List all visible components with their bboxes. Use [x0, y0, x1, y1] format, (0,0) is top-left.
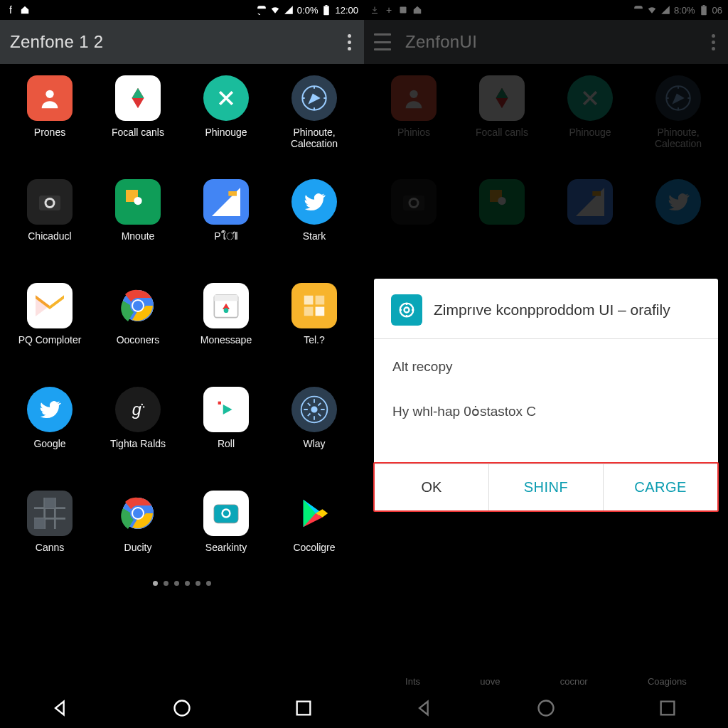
- page-dot[interactable]: [174, 581, 179, 586]
- page-dot[interactable]: [185, 581, 190, 586]
- dim-label: Coagions: [648, 676, 687, 687]
- app-monessape[interactable]: Monessape: [182, 283, 270, 382]
- svg-point-56: [400, 304, 414, 317]
- app-label: PQ Comploter: [18, 334, 82, 346]
- app-label: Pใിl: [214, 230, 237, 242]
- app-label: Chicaducl: [28, 230, 71, 242]
- app-searkinty[interactable]: Searkinty: [182, 491, 270, 590]
- dial-icon: [291, 387, 337, 432]
- dim-label: Ints: [405, 676, 420, 687]
- app-tel-[interactable]: Tel.?: [270, 283, 358, 382]
- app-p-l[interactable]: Pใിl: [182, 179, 270, 279]
- svg-rect-0: [324, 6, 330, 15]
- app-phinoute-calecation[interactable]: Phinoute, Calecation: [270, 75, 358, 175]
- app-wlay[interactable]: Wlay: [270, 387, 358, 486]
- svg-point-37: [133, 508, 143, 518]
- dialog-line1: Alt recopy: [392, 359, 700, 375]
- svg-point-30: [311, 407, 316, 412]
- app-ducity[interactable]: Ducity: [94, 491, 182, 590]
- svg-point-8: [134, 197, 141, 205]
- app-grid: PronesFocall canlsPhinougePhinoute, Cale…: [0, 64, 364, 688]
- tiles-icon: [291, 283, 337, 328]
- app-chicaducl[interactable]: Chicaducl: [6, 179, 94, 279]
- svg-rect-22: [304, 307, 314, 316]
- cal-icon: [203, 283, 249, 328]
- app-label: Prones: [34, 127, 65, 138]
- dialog-app-icon: [391, 294, 422, 326]
- app-google[interactable]: Google: [6, 387, 94, 486]
- page-indicator: [0, 581, 364, 586]
- header-title: Zenfone 1 2: [10, 32, 103, 52]
- page-dot[interactable]: [196, 581, 200, 586]
- svg-rect-28: [218, 402, 221, 405]
- svg-point-6: [47, 200, 53, 206]
- chrome-icon: [115, 283, 161, 328]
- app-ooconers[interactable]: Ooconers: [94, 283, 182, 382]
- status-bar: f 0:0% 12:00: [0, 0, 364, 20]
- page-dot[interactable]: [206, 581, 211, 586]
- app-canns[interactable]: Canns: [6, 491, 94, 590]
- app-stark[interactable]: Stark: [270, 179, 358, 279]
- shinf-button[interactable]: SHINF: [488, 464, 603, 510]
- svg-point-25: [141, 404, 143, 405]
- svg-point-26: [143, 406, 144, 407]
- compass-icon: [291, 75, 337, 121]
- battery-icon: [321, 5, 331, 15]
- page-dot[interactable]: [164, 581, 168, 586]
- app-label: Phinouge: [205, 127, 247, 138]
- svg-point-57: [405, 308, 410, 313]
- app-phinouge[interactable]: Phinouge: [182, 75, 270, 175]
- chrome-icon: [115, 491, 161, 536]
- dim-label: cocnor: [560, 676, 588, 687]
- app-pq-comploter[interactable]: PQ Comploter: [6, 283, 94, 382]
- battery-pct: 0:0%: [297, 5, 318, 16]
- app-prones[interactable]: Prones: [6, 75, 94, 175]
- app-label: Stark: [303, 230, 326, 242]
- app-cocoligre[interactable]: Cocoligre: [270, 491, 358, 590]
- phone-right: + 8:0% 06 ZenfonUI PhiniosFocall canlsPh…: [364, 0, 728, 728]
- svg-point-42: [174, 701, 189, 716]
- ok-button[interactable]: OK: [375, 464, 488, 510]
- svg-rect-1: [326, 5, 328, 6]
- app-label: Wlay: [303, 438, 325, 449]
- camera-icon: [27, 179, 73, 225]
- svg-rect-32: [45, 498, 55, 508]
- carge-button[interactable]: CARGE: [603, 464, 717, 510]
- dialog-header: Zimprıve kconpproddom UI – orafily: [374, 279, 718, 339]
- grid-icon: [27, 491, 73, 536]
- app-roll[interactable]: Roll: [182, 387, 270, 486]
- dialog-body: Alt recopy Hy whl-hap 0ȯstastox C: [374, 339, 718, 462]
- app-focall-canls[interactable]: Focall canls: [94, 75, 182, 175]
- back-button[interactable]: [50, 698, 70, 718]
- svg-rect-33: [34, 518, 45, 529]
- mail-icon: [27, 283, 73, 328]
- play-icon: [203, 387, 249, 432]
- svg-point-18: [224, 308, 229, 313]
- app-tighta-ralds[interactable]: gTighta Ralds: [94, 387, 182, 486]
- signal-icon: [284, 5, 294, 15]
- nav-bar: [0, 688, 364, 728]
- svg-point-41: [223, 510, 229, 516]
- g-icon: g: [115, 387, 161, 432]
- twitter-icon: [291, 179, 337, 225]
- cam2-icon: [203, 491, 249, 536]
- playstore-icon: [291, 491, 337, 536]
- clock-text: 12:00: [335, 5, 358, 16]
- x-icon: [203, 75, 249, 121]
- dialog: Zimprıve kconpproddom UI – orafily Alt r…: [374, 279, 718, 511]
- recents-button[interactable]: [294, 698, 314, 718]
- app-label: Monessape: [200, 334, 252, 346]
- app-mnoute[interactable]: Mnoute: [94, 179, 182, 279]
- home-button[interactable]: [172, 698, 192, 718]
- app-label: Ducity: [124, 542, 152, 553]
- app-label: Phinoute, Calecation: [275, 127, 353, 149]
- svg-point-15: [133, 301, 143, 311]
- home-icon: [20, 5, 30, 15]
- person-icon: [27, 75, 73, 121]
- page-dot[interactable]: [153, 581, 158, 586]
- wifi-icon: [270, 5, 280, 15]
- overflow-menu-button[interactable]: [345, 31, 354, 53]
- tri-icon: [203, 179, 249, 225]
- svg-point-2: [46, 90, 53, 98]
- twitter-icon: [27, 387, 73, 432]
